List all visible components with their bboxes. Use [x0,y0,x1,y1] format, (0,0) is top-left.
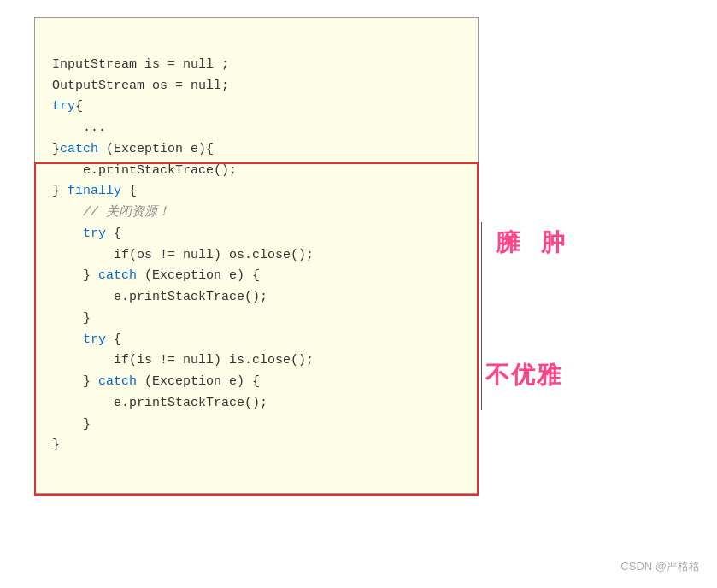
code-line-8: // 关闭资源！ [52,205,170,220]
code-line-7: } finally { [52,184,137,198]
code-line-1: InputStream is = null ; [52,57,229,72]
code-line-13: } [52,311,91,326]
divider-line [481,222,482,410]
code-line-9: try { [52,226,121,241]
code-container: InputStream is = null ; OutputStream os … [34,17,479,494]
code-line-6: e.printStackTrace(); [52,163,237,178]
code-block: InputStream is = null ; OutputStream os … [52,33,461,478]
code-line-10: if(os != null) os.close(); [52,248,314,262]
code-line-14: try { [52,332,121,347]
code-line-16: } catch (Exception e) { [52,374,260,389]
annotation-inelegant: 不优雅 [485,359,562,391]
code-line-5: }catch (Exception e){ [52,142,214,156]
code-line-2: OutputStream os = null; [52,79,229,93]
code-line-11: } catch (Exception e) { [52,268,260,283]
code-line-12: e.printStackTrace(); [52,290,267,304]
watermark: CSDN @严格格 [620,559,700,574]
annotation-verbose: 臃 肿 [496,226,568,259]
code-line-15: if(is != null) is.close(); [52,353,314,368]
code-line-18: } [52,417,91,432]
code-line-19: } [52,438,60,452]
code-line-4: ... [52,121,106,135]
code-line-17: e.printStackTrace(); [52,396,267,410]
code-line-3: try{ [52,99,83,114]
